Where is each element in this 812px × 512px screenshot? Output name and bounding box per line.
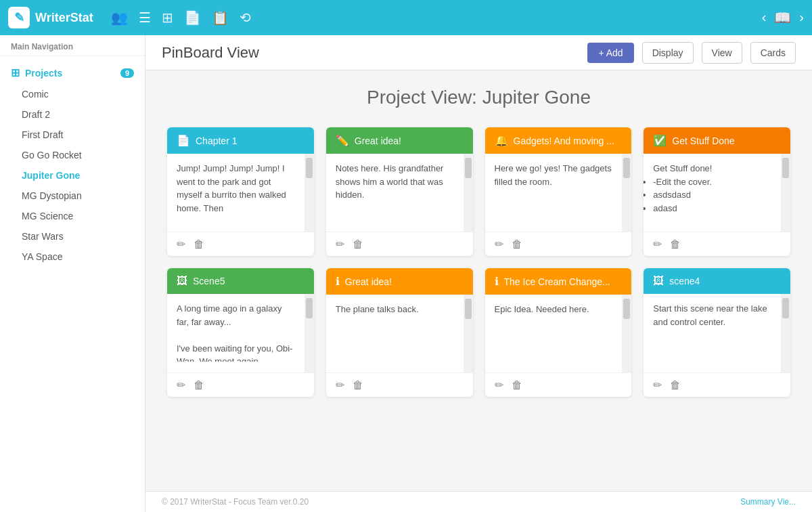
- topbar-right-icons: ‹ 📖 ›: [762, 9, 804, 26]
- sidebar-item-projects[interactable]: ⊞ Projects 9: [0, 62, 145, 84]
- card-header-greatidea1: ✏️ Great idea!: [326, 127, 473, 154]
- delete-button-greatidea1[interactable]: 🗑: [353, 238, 363, 251]
- display-button[interactable]: Display: [642, 42, 694, 64]
- sidebar-item-starwars[interactable]: Star Wars: [0, 226, 145, 247]
- card-icon-getstuffdone: ✅: [653, 134, 667, 147]
- sidebar-item-yaspace[interactable]: YA Space: [0, 247, 145, 267]
- topbar: ✎ WriterStat 👥 ☰ ⊞ 📄 📋 ⟲ ‹ 📖 ›: [0, 0, 812, 35]
- scroll-thumb-scene4: [782, 298, 789, 318]
- card-scroll-chapter1[interactable]: [304, 154, 314, 232]
- forward-icon[interactable]: ›: [799, 9, 804, 26]
- projects-badge: 9: [120, 68, 134, 78]
- delete-button-icecream[interactable]: 🗑: [512, 379, 522, 391]
- add-button[interactable]: + Add: [587, 43, 633, 63]
- sidebar-item-comic[interactable]: Comic: [0, 84, 145, 104]
- sidebar-item-firstdraft[interactable]: First Draft: [0, 125, 145, 145]
- card-body-getstuffdone: Get Stuff done! -Edit the cover. asdsdas…: [644, 154, 781, 221]
- card-scroll-scene4[interactable]: [781, 294, 790, 372]
- edit-button-scene5[interactable]: ✏: [177, 379, 185, 391]
- card-body-greatidea2: The plane talks back.: [326, 295, 464, 362]
- card-scroll-gadgets[interactable]: [622, 154, 631, 232]
- card-title-greatidea2: Great idea!: [345, 276, 392, 287]
- delete-button-getstuffdone[interactable]: 🗑: [670, 238, 681, 251]
- sidebar-item-mgdystopian[interactable]: MG Dystopian: [0, 186, 145, 206]
- delete-button-scene5[interactable]: 🗑: [194, 379, 204, 391]
- card-footer-scene4: ✏ 🗑: [644, 372, 790, 397]
- app-name: WriterStat: [35, 11, 93, 25]
- delete-button-chapter1[interactable]: 🗑: [194, 238, 204, 251]
- scroll-thumb-icecream: [623, 299, 630, 319]
- starwars-label: Star Wars: [22, 231, 64, 242]
- edit-button-greatidea2[interactable]: ✏: [336, 379, 344, 391]
- network-icon[interactable]: ⟲: [240, 9, 251, 26]
- sidebar-header: Main Navigation: [0, 35, 145, 56]
- edit-button-getstuffdone[interactable]: ✏: [653, 238, 662, 251]
- summary-link[interactable]: Summary Vie...: [740, 497, 796, 507]
- sidebar-item-mgscience[interactable]: MG Science: [0, 206, 145, 226]
- sidebar-item-gogorocket[interactable]: Go Go Rocket: [0, 145, 145, 165]
- edit-button-icecream[interactable]: ✏: [495, 379, 503, 391]
- mgdystopian-label: MG Dystopian: [22, 190, 82, 201]
- card-greatidea1: ✏️ Great idea! Notes here. His grandfath…: [326, 127, 473, 256]
- edit-button-chapter1[interactable]: ✏: [177, 238, 185, 251]
- people-icon[interactable]: 👥: [111, 9, 128, 26]
- delete-button-scene4[interactable]: 🗑: [670, 379, 681, 391]
- projects-icon: ⊞: [11, 66, 20, 79]
- card-title-icecream: The Ice Cream Change...: [504, 276, 610, 287]
- projects-label: Projects: [25, 68, 62, 79]
- mgscience-label: MG Science: [22, 211, 73, 221]
- card-footer-greatidea2: ✏ 🗑: [326, 372, 473, 397]
- cards-button[interactable]: Cards: [750, 42, 796, 64]
- card-icon-chapter1: 📄: [177, 134, 190, 147]
- app-logo: ✎ WriterStat: [8, 7, 93, 28]
- sidebar-projects-section: ⊞ Projects 9 Comic Draft 2 First Draft G…: [0, 56, 145, 272]
- sidebar: Main Navigation ⊞ Projects 9 Comic Draft…: [0, 35, 145, 512]
- comic-label: Comic: [22, 89, 49, 100]
- card-header-icecream: ℹ The Ice Cream Change...: [485, 268, 632, 295]
- card-scene4: 🖼 scene4 Start this scene near the lake …: [644, 268, 790, 397]
- edit-button-gadgets[interactable]: ✏: [495, 238, 503, 251]
- card-header-gadgets: 🔔 Gadgets! And moving ...: [485, 127, 632, 154]
- card-title-getstuffdone: Get Stuff Done: [672, 135, 734, 146]
- sidebar-item-jupitergone[interactable]: Jupiter Gone: [0, 165, 145, 186]
- card-body-chapter1: Jump! Jump! Jump! Jump! I went to the pa…: [167, 154, 304, 221]
- card-scroll-scene5[interactable]: [304, 294, 314, 372]
- document-icon[interactable]: 📄: [184, 9, 201, 26]
- firstdraft-label: First Draft: [22, 129, 63, 140]
- grid-icon[interactable]: ⊞: [162, 9, 173, 26]
- edit-button-scene4[interactable]: ✏: [653, 379, 662, 391]
- card-title-gadgets: Gadgets! And moving ...: [514, 135, 614, 146]
- card-scroll-greatidea1[interactable]: [464, 154, 473, 232]
- card-getstuffdone: ✅ Get Stuff Done Get Stuff done! -Edit t…: [644, 127, 790, 256]
- main-layout: Main Navigation ⊞ Projects 9 Comic Draft…: [0, 35, 812, 512]
- scroll-thumb-greatidea1: [465, 158, 472, 178]
- card-body-greatidea1: Notes here. His grandfather shows him a …: [326, 154, 464, 221]
- card-header-scene5: 🖼 Scene5: [167, 268, 314, 294]
- card-icecream: ℹ The Ice Cream Change... Epic Idea. Nee…: [485, 268, 632, 397]
- logo-icon: ✎: [8, 7, 30, 28]
- cards-grid: 📄 Chapter 1 Jump! Jump! Jump! Jump! I we…: [167, 127, 790, 397]
- page-title: PinBoard View: [162, 44, 579, 62]
- card-scroll-greatidea2[interactable]: [464, 295, 473, 372]
- card-header-greatidea2: ℹ Great idea!: [326, 268, 473, 295]
- clipboard-icon[interactable]: 📋: [212, 9, 229, 26]
- sidebar-item-draft2[interactable]: Draft 2: [0, 104, 145, 125]
- delete-button-gadgets[interactable]: 🗑: [512, 238, 522, 251]
- back-icon[interactable]: ‹: [762, 9, 767, 26]
- edit-button-greatidea1[interactable]: ✏: [336, 238, 344, 251]
- card-header-scene4: 🖼 scene4: [644, 268, 790, 294]
- card-greatidea2: ℹ Great idea! The plane talks back. ✏ 🗑: [326, 268, 473, 397]
- draft2-label: Draft 2: [22, 109, 50, 120]
- book-icon[interactable]: 📖: [774, 9, 791, 26]
- cards-area: Project View: Jupiter Gone 📄 Chapter 1 J…: [145, 70, 812, 491]
- card-body-gadgets: Here we go! yes! The gadgets filled the …: [485, 154, 623, 221]
- card-scroll-icecream[interactable]: [622, 295, 631, 372]
- card-chapter1: 📄 Chapter 1 Jump! Jump! Jump! Jump! I we…: [167, 127, 314, 256]
- card-title-chapter1: Chapter 1: [196, 135, 237, 146]
- delete-button-greatidea2[interactable]: 🗑: [353, 379, 363, 391]
- card-body-scene5: A long time ago in a galaxy far, far awa…: [167, 294, 304, 362]
- card-header-chapter1: 📄 Chapter 1: [167, 127, 314, 154]
- view-button[interactable]: View: [702, 42, 742, 64]
- card-scroll-getstuffdone[interactable]: [781, 154, 790, 232]
- list-icon[interactable]: ☰: [139, 9, 151, 26]
